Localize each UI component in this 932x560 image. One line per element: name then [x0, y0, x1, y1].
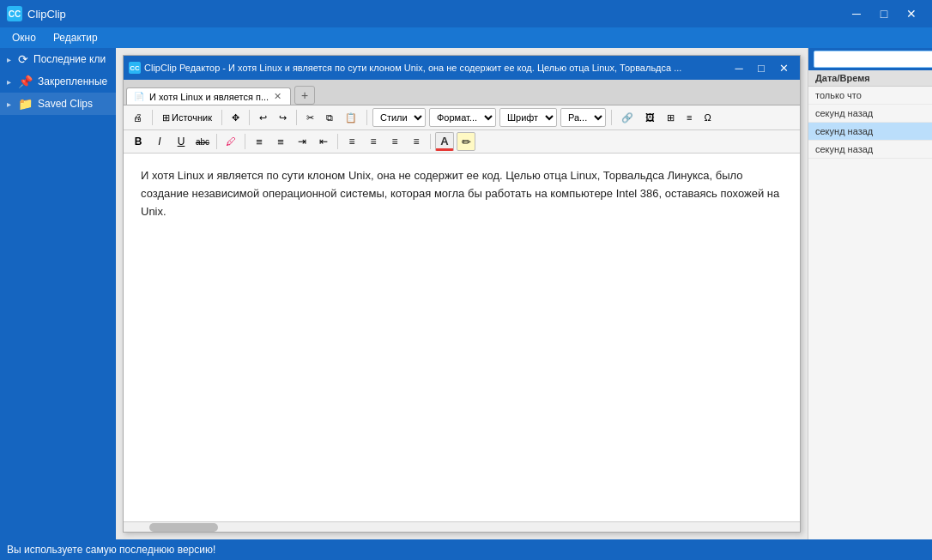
text-color-button[interactable]: A — [435, 132, 454, 151]
special-button[interactable]: ≡ — [682, 110, 696, 125]
pin-icon: 📌 — [18, 75, 33, 88]
sep10 — [430, 134, 431, 149]
align-left-button[interactable]: ≡ — [342, 132, 361, 151]
styles-select[interactable]: Стили — [372, 108, 426, 127]
align-right-button[interactable]: ≡ — [385, 132, 404, 151]
editor-title-controls: ─ □ ✕ — [728, 57, 795, 79]
ul-button[interactable]: ≡ — [271, 132, 290, 151]
menu-item-edit[interactable]: Редактир — [45, 30, 106, 45]
main-layout: ▸ ⟳ Последние кли ▸ 📌 Закрепленные ▸ 📁 S… — [0, 48, 932, 539]
sep6 — [611, 110, 612, 125]
image-button[interactable]: 🖼 — [641, 110, 659, 125]
title-bar-left: CC ClipClip — [7, 6, 66, 21]
indent-button[interactable]: ⇥ — [293, 132, 312, 151]
sep5 — [366, 110, 367, 125]
align-left-icon: ≡ — [348, 135, 354, 148]
editor-title-text: ClipClip Редактор - И хотя Linux и являе… — [144, 63, 681, 73]
panel-item-2[interactable]: секунд назад — [808, 123, 932, 141]
ol-icon: ≡ — [256, 135, 263, 148]
underline-button[interactable]: U — [172, 132, 191, 151]
panel-item-0[interactable]: только что — [808, 87, 932, 105]
sidebar-item-label-recent: Последние кли — [33, 53, 106, 65]
sidebar: ▸ ⟳ Последние кли ▸ 📌 Закрепленные ▸ 📁 S… — [0, 48, 116, 539]
horizontal-scrollbar[interactable] — [124, 521, 800, 532]
copy-button[interactable]: ⧉ — [322, 110, 337, 126]
expand-icon-pinned: ▸ — [7, 77, 11, 87]
align-center-icon: ≡ — [370, 135, 376, 148]
bg-color-button[interactable]: ✏ — [457, 132, 475, 151]
print-button[interactable]: 🖨 — [129, 110, 147, 125]
right-panel: 🔍 ⚙ Дата/Время только что секунд назад с… — [808, 48, 932, 539]
status-message: Вы используете самую последнюю версию! — [7, 544, 215, 556]
sidebar-item-label-pinned: Закрепленные — [38, 75, 107, 87]
editor-maximize-button[interactable]: □ — [750, 57, 772, 79]
align-justify-button[interactable]: ≡ — [407, 132, 426, 151]
cut-button[interactable]: ✂ — [302, 110, 318, 126]
text-color-icon: A — [440, 135, 448, 148]
sep3 — [249, 110, 250, 125]
menu-item-window[interactable]: Окно — [3, 30, 45, 45]
title-bar-controls: ─ □ ✕ — [843, 0, 925, 27]
bg-color-icon: ✏ — [462, 135, 471, 148]
tab-close-button[interactable]: ✕ — [274, 91, 281, 102]
italic-button[interactable]: I — [150, 132, 169, 151]
sep2 — [221, 110, 222, 125]
maximize-button[interactable]: □ — [870, 0, 898, 27]
sep4 — [296, 110, 297, 125]
editor-close-button[interactable]: ✕ — [772, 57, 795, 79]
editor-content[interactable]: И хотя Linux и является по сути клоном U… — [124, 154, 800, 521]
outdent-button[interactable]: ⇤ — [314, 132, 333, 151]
tab-doc-icon: 📄 — [134, 92, 144, 101]
status-bar: Вы используете самую последнюю версию! — [0, 539, 932, 560]
tab-add-button[interactable]: + — [294, 86, 315, 105]
ol-button[interactable]: ≡ — [250, 132, 269, 151]
sidebar-item-saved[interactable]: ▸ 📁 Saved Clips — [0, 93, 116, 115]
main-toolbar: 🖨 ⊞ Источник ✥ ↩ ↪ ✂ ⧉ 📋 Стили — [124, 105, 800, 130]
table-button[interactable]: ⊞ — [663, 110, 679, 126]
link-button[interactable]: 🔗 — [617, 110, 638, 126]
source-icon: ⊞ — [162, 112, 170, 123]
move-icon-btn[interactable]: ✥ — [227, 110, 244, 126]
format-select[interactable]: Формат... — [429, 108, 496, 127]
sep1 — [152, 110, 153, 125]
font-select[interactable]: Шрифт — [499, 108, 557, 127]
editor-minimize-button[interactable]: ─ — [728, 57, 750, 79]
highlight-button[interactable]: 🖊 — [221, 132, 240, 151]
editor-tab[interactable]: 📄 И хотя Linux и является п... ✕ — [126, 87, 291, 105]
expand-icon: ▸ — [7, 55, 11, 64]
search-input[interactable] — [814, 51, 932, 68]
source-button[interactable]: ⊞ Источник — [158, 110, 216, 126]
undo-button[interactable]: ↩ — [255, 110, 271, 126]
recent-icon: ⟳ — [18, 52, 28, 66]
strikethrough-button[interactable]: abc — [193, 132, 212, 151]
editor-icon: CC — [129, 62, 141, 74]
editor-title-bar: CC ClipClip Редактор - И хотя Linux и яв… — [124, 56, 800, 80]
editor-area: CC ClipClip Редактор - И хотя Linux и яв… — [116, 48, 808, 539]
sep8 — [245, 134, 245, 149]
tab-label: И хотя Linux и является п... — [149, 92, 269, 102]
align-justify-icon: ≡ — [413, 135, 419, 148]
sidebar-item-label-saved: Saved Clips — [38, 98, 93, 110]
panel-item-3[interactable]: секунд назад — [808, 141, 932, 159]
editor-window: CC ClipClip Редактор - И хотя Linux и яв… — [123, 55, 801, 533]
sidebar-item-pinned[interactable]: ▸ 📌 Закрепленные — [0, 70, 116, 93]
app-icon: CC — [7, 6, 22, 21]
align-center-button[interactable]: ≡ — [364, 132, 383, 151]
minimize-button[interactable]: ─ — [843, 0, 870, 27]
bold-button[interactable]: B — [129, 132, 148, 151]
sidebar-item-recent[interactable]: ▸ ⟳ Последние кли — [0, 48, 116, 70]
right-panel-header: 🔍 ⚙ — [808, 48, 932, 70]
panel-item-1[interactable]: секунд назад — [808, 105, 932, 123]
redo-button[interactable]: ↪ — [275, 110, 291, 126]
paste-button[interactable]: 📋 — [341, 110, 361, 126]
size-select[interactable]: Ра... — [560, 108, 606, 127]
omega-button[interactable]: Ω — [699, 110, 715, 125]
ul-icon: ≡ — [277, 135, 284, 148]
align-right-icon: ≡ — [391, 135, 397, 148]
menu-bar: Окно Редактир — [0, 27, 932, 48]
tab-bar: 📄 И хотя Linux и является п... ✕ + — [124, 80, 800, 105]
close-button[interactable]: ✕ — [898, 0, 925, 27]
format-toolbar: B I U abc 🖊 ≡ ≡ ⇥ ⇤ ≡ — [124, 130, 800, 154]
sep9 — [337, 134, 338, 149]
title-bar: CC ClipClip ─ □ ✕ — [0, 0, 932, 27]
